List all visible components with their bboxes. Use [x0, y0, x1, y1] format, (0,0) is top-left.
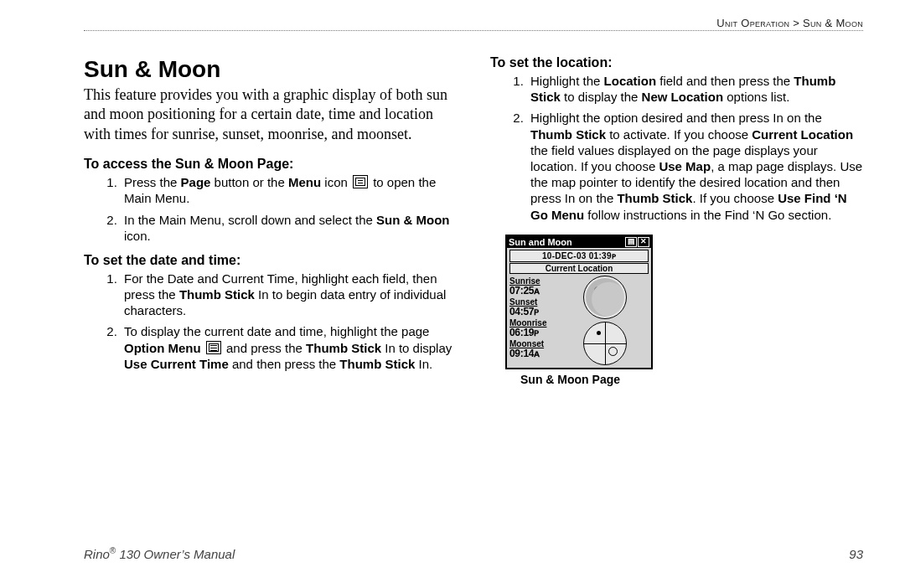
page-title: Sun & Moon [84, 54, 457, 84]
window-menu-icon: ▤ [625, 237, 637, 247]
bold-thumb-stick: Thumb Stick [617, 191, 692, 205]
text: Press the [124, 175, 181, 189]
bold-new-location: New Location [642, 90, 724, 104]
sun-position-icon [583, 322, 627, 365]
text: In to display [381, 341, 452, 355]
page-number: 93 [849, 547, 863, 563]
text: field and then press the [656, 74, 794, 88]
date-steps: For the Date and Current Time, highlight… [84, 271, 457, 372]
text: To display the current date and time, hi… [124, 324, 429, 338]
bold-page: Page [181, 175, 211, 189]
sunset-value: 04:57ᴘ [509, 307, 558, 317]
device-titlebar: Sun and Moon ▤ ✕ [507, 236, 651, 248]
text: icon. [124, 229, 151, 243]
bold-use-map: Use Map [659, 159, 711, 173]
intro-paragraph: This feature provides you with a graphic… [84, 85, 457, 144]
text: . If you choose [692, 191, 778, 205]
device-caption: Sun & Moon Page [520, 373, 863, 388]
moon-position-dot [597, 331, 601, 335]
location-step-1: Highlight the Location field and then pr… [527, 73, 863, 105]
location-steps: Highlight the Location field and then pr… [490, 73, 863, 223]
breadcrumb-a: Unit Operation [716, 17, 789, 29]
breadcrumb: Unit Operation > Sun & Moon [716, 17, 863, 30]
device-location-field: Current Location [509, 263, 649, 274]
bold-thumb-stick: Thumb Stick [306, 341, 381, 355]
date-step-1: For the Date and Current Time, highlight… [121, 271, 457, 319]
text: icon [321, 175, 351, 189]
access-step-1: Press the Page button or the Menu icon t… [121, 174, 457, 206]
text: to display the [561, 90, 642, 104]
sun-position-dot [608, 347, 618, 356]
location-step-2: Highlight the option desired and then pr… [527, 110, 863, 222]
text: Highlight the option desired and then pr… [530, 111, 822, 125]
option-menu-icon [206, 341, 221, 354]
menu-icon [353, 175, 368, 188]
bold-use-current-time: Use Current Time [124, 357, 229, 371]
bold-menu: Menu [288, 175, 321, 189]
text: In the Main Menu, scroll down and select… [124, 213, 376, 227]
device-times-column: Sunrise 07:25ᴀ Sunset 04:57ᴘ Moonrise 06… [509, 276, 558, 365]
bold-sun-moon: Sun & Moon [376, 213, 449, 227]
header-rule [84, 30, 863, 31]
date-subhead: To set the date and time: [84, 252, 457, 269]
date-step-2: To display the current date and time, hi… [121, 323, 457, 372]
text: In. [415, 357, 432, 371]
left-column: Sun & Moon This feature provides you wit… [84, 46, 457, 529]
access-step-2: In the Main Menu, scroll down and select… [121, 212, 457, 244]
right-column: To set the location: Highlight the Locat… [490, 46, 863, 529]
device-date-field: 10-DEC-03 01:39ᴘ [509, 250, 649, 262]
text [201, 341, 204, 355]
footer-manual-title: Rino® 130 Owner’s Manual [84, 546, 235, 563]
access-subhead: To access the Sun & Moon Page: [84, 156, 457, 173]
access-steps: Press the Page button or the Menu icon t… [84, 174, 457, 244]
bold-thumb-stick: Thumb Stick [530, 127, 606, 142]
bold-thumb-stick: Thumb Stick [339, 357, 415, 371]
text: and press the [223, 341, 306, 355]
device-screenshot: Sun and Moon ▤ ✕ 10-DEC-03 01:39ᴘ Curren… [505, 235, 863, 388]
moonrise-value: 06:19ᴘ [509, 328, 558, 338]
location-subhead: To set the location: [490, 54, 863, 71]
bold-thumb-stick: Thumb Stick [179, 287, 255, 302]
bold-location: Location [604, 74, 657, 88]
text: options list. [723, 90, 789, 104]
text: and then press the [229, 357, 340, 371]
text: button or the [210, 175, 288, 189]
breadcrumb-b: Sun & Moon [803, 17, 863, 29]
breadcrumb-sep: > [789, 17, 803, 29]
close-icon: ✕ [638, 237, 649, 247]
text: Highlight the [530, 74, 604, 88]
footer-text: 130 Owner’s Manual [116, 547, 235, 561]
bold-current-location: Current Location [752, 127, 853, 142]
sunrise-value: 07:25ᴀ [509, 286, 558, 297]
bold-option-menu: Option Menu [124, 341, 201, 355]
moonset-value: 09:14ᴀ [509, 348, 558, 359]
moon-phase-icon [583, 276, 627, 319]
footer-product: Rino [84, 547, 110, 561]
text: follow instructions in the Find ‘N Go se… [584, 208, 831, 222]
device-title: Sun and Moon [509, 237, 624, 247]
text: to activate. If you choose [606, 127, 752, 142]
